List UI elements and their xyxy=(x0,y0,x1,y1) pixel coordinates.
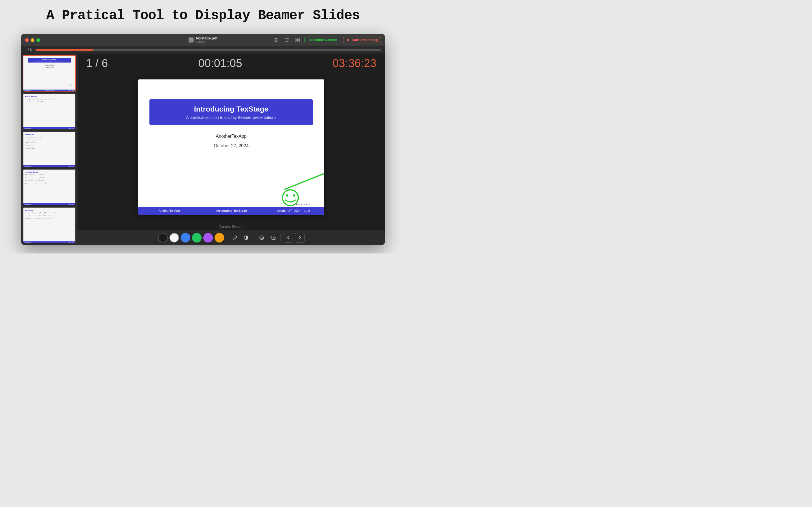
slide-title-block: Introducing TexStage A practical solutio… xyxy=(149,99,313,125)
slide-thumbnail-list: Introducing TexStage A practical solutio… xyxy=(21,54,78,245)
slide-thumbnail-5[interactable]: Conclusion • TexStage makes presenting B… xyxy=(23,207,76,243)
svg-marker-11 xyxy=(347,39,350,41)
stats-bar: 1 / 6 00:01:05 03:36:23 xyxy=(78,54,385,73)
emoji-button[interactable] xyxy=(257,233,266,242)
slide-subtitle: A practical solution to display Beamer p… xyxy=(158,115,305,120)
svg-rect-10 xyxy=(308,39,311,41)
svg-rect-3 xyxy=(285,38,289,41)
rotation-icon[interactable] xyxy=(272,36,280,44)
nav-dot-5 xyxy=(306,204,308,205)
next-slide-button[interactable] xyxy=(295,233,305,242)
slide-number-display: 1 / 6 xyxy=(86,57,108,69)
slide-nav-dots xyxy=(296,204,310,205)
clock-display: 03:36:23 xyxy=(333,57,376,69)
svg-point-20 xyxy=(262,237,262,238)
slide-date: October 27, 2024 xyxy=(149,144,313,149)
grid-icon[interactable] xyxy=(294,36,302,44)
toolbar-divider-1 xyxy=(227,234,227,242)
close-button[interactable] xyxy=(25,38,29,42)
pen-tool-button[interactable] xyxy=(230,233,240,242)
display-icon[interactable] xyxy=(283,36,291,44)
svg-rect-6 xyxy=(296,38,297,40)
svg-rect-8 xyxy=(296,40,297,42)
presenter-area: 1 / 6 00:01:05 03:36:23 Introducing TexS… xyxy=(78,54,385,245)
main-content: Introducing TexStage A practical solutio… xyxy=(21,54,385,245)
svg-rect-1 xyxy=(191,38,192,40)
enable-camera-button[interactable]: Enable Camera xyxy=(305,37,341,43)
svg-point-18 xyxy=(260,236,264,240)
title-bar: texstage.pdf Edited xyxy=(21,34,385,46)
slide-frame: Introducing TexStage A practical solutio… xyxy=(138,79,324,215)
svg-point-19 xyxy=(260,237,261,238)
file-icon xyxy=(189,38,194,43)
color-yellow-button[interactable] xyxy=(214,233,224,242)
nav-dot-6 xyxy=(309,204,310,205)
progress-track[interactable] xyxy=(36,49,381,51)
slide-thumbnail-1[interactable]: Introducing TexStage A practical solutio… xyxy=(23,55,76,92)
slide-display: Introducing TexStage A practical solutio… xyxy=(78,73,385,224)
svg-rect-7 xyxy=(298,38,300,40)
slide-content: Introducing TexStage A practical solutio… xyxy=(138,79,324,215)
traffic-lights xyxy=(25,38,40,42)
bottom-toolbar xyxy=(78,230,385,245)
color-green-button[interactable] xyxy=(192,233,202,242)
progress-bar-area: 1 / 6 xyxy=(21,46,385,54)
footer-mid: Introducing TexStage xyxy=(200,209,262,212)
slide-thumbnail-2[interactable]: What is TexStage? • TexStage is a powerf… xyxy=(23,93,76,129)
nav-dot-1 xyxy=(296,204,297,205)
slide-author: AnotherTexApp xyxy=(149,134,313,139)
svg-rect-9 xyxy=(298,40,300,42)
timer-display: 00:01:05 xyxy=(198,57,242,69)
slide-thumbnail-4[interactable]: How to Get Started ① Download TexStage f… xyxy=(23,169,76,205)
color-blue-button[interactable] xyxy=(181,233,190,242)
minimize-button[interactable] xyxy=(31,38,35,42)
filename: texstage.pdf Edited xyxy=(196,36,218,44)
title-bar-center: texstage.pdf Edited xyxy=(189,36,218,44)
maximize-button[interactable] xyxy=(36,38,40,42)
contrast-button[interactable] xyxy=(241,233,251,242)
toolbar-divider-2 xyxy=(254,234,254,242)
toolbar-divider-3 xyxy=(281,234,281,242)
backspace-button[interactable] xyxy=(268,233,278,242)
app-window: texstage.pdf Edited xyxy=(21,34,385,245)
prev-slide-button[interactable] xyxy=(284,233,293,242)
footer-right: October 27, 2024 1 / 6 xyxy=(262,209,324,212)
slide-counter-small: 1 / 6 xyxy=(21,48,36,52)
slide-thumbnail-3[interactable]: Key Features • Present Beamer PDFs with … xyxy=(23,131,76,168)
progress-fill xyxy=(36,49,93,51)
slide-title: Introducing TexStage xyxy=(158,105,305,114)
color-purple-button[interactable] xyxy=(203,233,213,242)
start-presenting-button[interactable]: Start Presenting xyxy=(343,37,381,43)
nav-dot-4 xyxy=(304,204,305,205)
nav-dot-2 xyxy=(299,204,300,205)
title-bar-right: Enable Camera Start Presenting xyxy=(272,36,381,44)
color-black-button[interactable] xyxy=(158,233,168,242)
color-white-button[interactable] xyxy=(169,233,179,242)
page-title: A Pratical Tool to Display Beamer Slides xyxy=(0,0,406,29)
current-slide-label: Current Slide: 1 xyxy=(78,224,385,230)
footer-left: AnotherTexApp xyxy=(138,209,200,212)
nav-dot-3 xyxy=(301,204,303,205)
slide-footer: AnotherTexApp Introducing TexStage Octob… xyxy=(138,207,324,215)
